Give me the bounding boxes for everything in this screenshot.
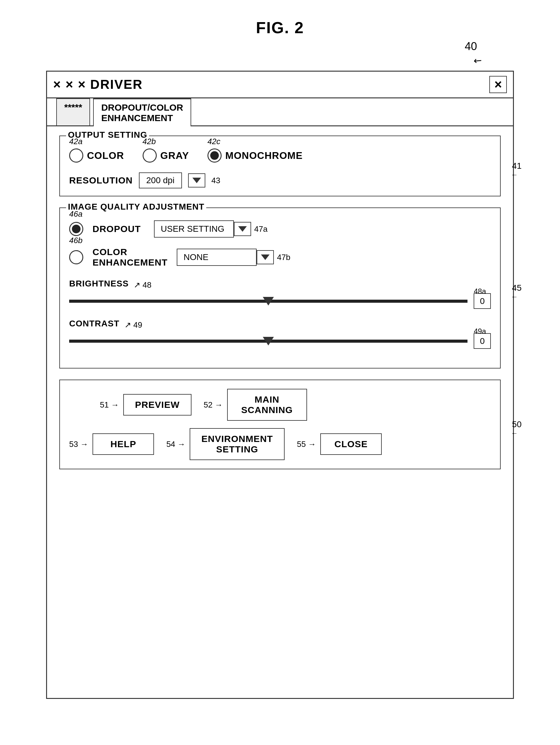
tab-stars[interactable]: ***** xyxy=(56,98,90,125)
dropout-dropdown-row: USER SETTING 47a xyxy=(154,220,267,237)
button-row-bottom: 53 → HELP 54 → ENVIRONMENTSETTING 55 → C… xyxy=(69,428,491,460)
close-button[interactable]: × xyxy=(489,76,507,93)
ref-45: 45 xyxy=(512,283,522,293)
dropout-setting-input[interactable]: USER SETTING xyxy=(154,220,234,237)
dropout-label: DROPOUT xyxy=(93,224,145,234)
radio-monochrome-circle[interactable] xyxy=(207,149,222,163)
ref-46b: 46b xyxy=(69,236,83,245)
resolution-row: RESOLUTION 200 dpi 43 xyxy=(69,172,491,188)
radio-monochrome-label: MONOCHROME xyxy=(225,150,303,161)
image-quality-section: IMAGE QUALITY ADJUSTMENT 46a DROPOUT USE… xyxy=(59,207,501,368)
color-enhancement-dropdown-btn[interactable] xyxy=(257,250,274,264)
color-enhancement-label: COLORENHANCEMENT xyxy=(93,247,167,268)
ref-42b: 42b xyxy=(143,137,156,146)
contrast-label: CONTRAST xyxy=(69,319,120,329)
resolution-label: RESOLUTION xyxy=(69,175,133,186)
ref-51-label: 51 → xyxy=(100,400,119,410)
brightness-thumb xyxy=(263,297,274,305)
tab-bar: ***** DROPOUT/COLORENHANCEMENT xyxy=(47,98,513,126)
close-btn-container: 55 → CLOSE xyxy=(297,433,382,455)
tab-stars-label: ***** xyxy=(64,102,82,112)
help-button[interactable]: HELP xyxy=(93,433,154,455)
radio-gray[interactable]: 42b GRAY xyxy=(143,149,189,163)
brightness-track xyxy=(69,300,467,303)
tab-dropout-color[interactable]: DROPOUT/COLORENHANCEMENT xyxy=(93,98,191,126)
color-enhancement-row: 46b COLORENHANCEMENT NONE 47b xyxy=(69,247,491,268)
dropout-row: 46a DROPOUT USER SETTING 47a xyxy=(69,220,491,237)
ref-40-arrow: ↗ xyxy=(470,54,484,68)
ref-50-arrow: ← xyxy=(511,429,518,438)
resolution-dropdown[interactable] xyxy=(188,173,205,188)
environment-setting-container: 54 → ENVIRONMENTSETTING xyxy=(166,428,285,460)
contrast-track xyxy=(69,339,467,343)
brightness-value-container: 48a 0 xyxy=(474,296,491,306)
color-enhancement-input[interactable]: NONE xyxy=(177,249,257,266)
main-scanning-button[interactable]: MAINSCANNING xyxy=(227,389,307,421)
title-bar: × × × DRIVER × xyxy=(47,72,513,98)
color-enhancement-radio[interactable] xyxy=(69,250,83,264)
contrast-value-container: 49a 0 xyxy=(474,336,491,346)
radio-gray-label: GRAY xyxy=(160,150,189,161)
main-scanning-container: 52 → MAINSCANNING xyxy=(204,389,307,421)
environment-setting-button[interactable]: ENVIRONMENTSETTING xyxy=(190,428,285,460)
ref-49a: 49a xyxy=(474,327,486,335)
brightness-label-row: BRIGHTNESS ↗ 48 xyxy=(69,279,491,291)
ref-43: 43 xyxy=(211,176,220,185)
dropout-radio[interactable] xyxy=(69,222,83,236)
dropout-triangle-icon xyxy=(238,226,247,232)
color-enhancement-triangle-icon xyxy=(261,255,269,260)
ref-48a: 48a xyxy=(474,287,486,296)
ref-45-arrow: ← xyxy=(511,293,518,301)
ref-50: 50 xyxy=(512,420,522,429)
ref-41-arrow: ← xyxy=(511,171,518,179)
ref-42a: 42a xyxy=(69,137,83,146)
brightness-label: BRIGHTNESS xyxy=(69,279,129,289)
content-area: OUTPUT SETTING 42a COLOR 42b GRAY 42c xyxy=(47,126,513,479)
ref-53-label: 53 → xyxy=(69,440,88,449)
ref-55-label: 55 → xyxy=(297,440,316,449)
help-container: 53 → HELP xyxy=(69,433,154,455)
close-dialog-button[interactable]: CLOSE xyxy=(320,433,382,455)
ref-46a: 46a xyxy=(69,209,83,219)
resolution-input[interactable]: 200 dpi xyxy=(139,172,182,188)
radio-color-circle[interactable] xyxy=(69,149,83,163)
ref-54-label: 54 → xyxy=(166,440,185,449)
contrast-slider-row: 49a 0 xyxy=(69,333,491,350)
ref-47b: 47b xyxy=(277,253,290,262)
color-enhancement-dropdown-row: NONE 47b xyxy=(177,249,290,266)
ref-41: 41 xyxy=(512,161,522,171)
ref-47a: 47a xyxy=(254,224,267,234)
radio-color-label: COLOR xyxy=(87,150,124,161)
dialog-window: × × × DRIVER × ***** DROPOUT/COLORENHANC… xyxy=(46,71,514,699)
radio-monochrome[interactable]: 42c MONOCHROME xyxy=(207,149,303,163)
ref-42c: 42c xyxy=(207,137,220,146)
ref-49: ↗ 49 xyxy=(125,320,142,330)
triangle-down-icon xyxy=(192,177,201,183)
contrast-section: CONTRAST ↗ 49 49a 0 xyxy=(69,319,491,350)
preview-container: 51 → PREVIEW xyxy=(100,389,192,421)
contrast-label-row: CONTRAST ↗ 49 xyxy=(69,319,491,331)
brightness-section: BRIGHTNESS ↗ 48 48a 0 xyxy=(69,279,491,310)
button-row-top: 51 → PREVIEW 52 → MAINSCANNING xyxy=(69,389,491,421)
contrast-thumb xyxy=(263,337,274,346)
brightness-slider-row: 48a 0 xyxy=(69,293,491,310)
radio-gray-circle[interactable] xyxy=(143,149,157,163)
dropout-dropdown-btn[interactable] xyxy=(234,222,251,236)
contrast-slider[interactable] xyxy=(69,333,467,350)
radio-color[interactable]: 42a COLOR xyxy=(69,149,124,163)
figure-title: FIG. 2 xyxy=(0,0,560,37)
preview-button[interactable]: PREVIEW xyxy=(123,394,191,416)
image-quality-label: IMAGE QUALITY ADJUSTMENT xyxy=(66,202,206,212)
title-bar-text: × × × DRIVER xyxy=(53,77,143,92)
output-setting-section: OUTPUT SETTING 42a COLOR 42b GRAY 42c xyxy=(59,135,501,196)
brightness-slider[interactable] xyxy=(69,293,467,310)
ref-48: ↗ 48 xyxy=(134,280,152,290)
ref-40: 40 xyxy=(465,40,477,53)
ref-52-label: 52 → xyxy=(204,400,223,410)
output-radio-group: 42a COLOR 42b GRAY 42c MONOCHROME xyxy=(69,149,491,163)
button-area: 51 → PREVIEW 52 → MAINSCANNING 53 → HELP xyxy=(59,380,501,469)
tab-dropout-label: DROPOUT/COLORENHANCEMENT xyxy=(101,102,183,123)
